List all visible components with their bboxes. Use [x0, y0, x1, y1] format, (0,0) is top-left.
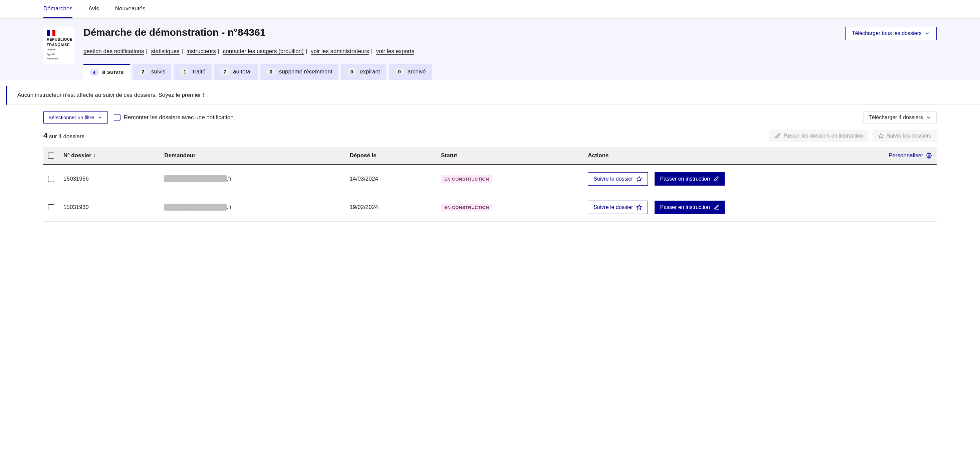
- instruct-dossier-button[interactable]: Passer en instruction: [655, 201, 724, 214]
- row-checkbox[interactable]: [48, 204, 54, 210]
- bulk-follow-button[interactable]: Suivre les dossiers: [872, 129, 937, 142]
- col-depose[interactable]: Déposé le: [345, 147, 437, 164]
- link-notifications[interactable]: gestion des notifications: [83, 48, 144, 55]
- cell-actions: Suivre le dossier Passer en instruction: [583, 193, 937, 221]
- notice-banner: Aucun instructeur n'est affecté au suivi…: [6, 86, 980, 105]
- cell-depose: 19/02/2024: [345, 193, 437, 221]
- tab-count: 7: [220, 68, 230, 75]
- checkbox-icon: [114, 114, 121, 121]
- dossiers-table: Nº dossier ↓ Demandeur Déposé le Statut …: [43, 147, 937, 221]
- filter-select-label: Sélectionner un filtre: [48, 115, 94, 120]
- logo-republique-francaise: RÉPUBLIQUE FRANÇAISE Liberté Égalité Fra…: [43, 27, 74, 64]
- filter-select-button[interactable]: Sélectionner un filtre: [43, 112, 108, 124]
- tab-count: 4: [89, 69, 99, 76]
- edit-icon: [775, 133, 781, 139]
- tab-label: à suivre: [102, 69, 124, 75]
- instruct-dossier-button[interactable]: Passer en instruction: [655, 172, 724, 186]
- tab-suivis[interactable]: 2 suivis: [132, 64, 172, 80]
- link-contacter-usagers[interactable]: contacter les usagers (brouillon): [223, 48, 304, 55]
- col-numero[interactable]: Nº dossier ↓: [59, 147, 159, 164]
- tab-label: expirant: [360, 69, 380, 75]
- tab-count: 0: [347, 68, 356, 75]
- personalize-button[interactable]: Personnaliser: [889, 152, 932, 159]
- header-links: gestion des notifications| statistiques|…: [83, 44, 937, 59]
- tab-count: 1: [180, 68, 189, 75]
- table-row[interactable]: 15031956 xxxxxxxxxxxxxxxxxxxxx.fr 14/03/…: [43, 164, 937, 193]
- link-voir-administrateurs[interactable]: voir les administrateurs: [311, 48, 369, 55]
- col-demandeur[interactable]: Demandeur: [159, 147, 345, 164]
- logo-line1: RÉPUBLIQUE: [47, 37, 72, 41]
- tab-archive[interactable]: 0 archivé: [389, 64, 432, 80]
- follow-label: Suivre le dossier: [593, 176, 633, 182]
- tab-a-suivre[interactable]: 4 à suivre: [83, 64, 130, 80]
- tab-count: 0: [266, 68, 276, 75]
- cell-demandeur: xxxxxxxxxxxxxxxxxxxxx.fr: [159, 164, 345, 193]
- cell-statut: EN CONSTRUCTION: [436, 164, 583, 193]
- cell-numero: 15031930: [59, 193, 159, 221]
- cell-depose: 14/03/2024: [345, 164, 437, 193]
- notif-checkbox-wrap[interactable]: Remonter les dossiers avec une notificat…: [114, 114, 234, 121]
- cell-actions: Suivre le dossier Passer en instruction: [583, 164, 937, 193]
- chevron-down-icon: [97, 115, 103, 121]
- row-checkbox[interactable]: [48, 176, 54, 182]
- french-flag-icon: [47, 30, 56, 36]
- col-actions: Actions: [583, 147, 712, 164]
- chevron-down-icon: [924, 30, 930, 37]
- bulk-instruction-button[interactable]: Passer les dossiers en instruction: [769, 129, 868, 142]
- follow-dossier-button[interactable]: Suivre le dossier: [588, 172, 648, 186]
- star-icon: [636, 204, 642, 210]
- star-icon: [636, 176, 642, 182]
- svg-marker-0: [878, 133, 883, 138]
- bulk-follow-label: Suivre les dossiers: [886, 133, 931, 139]
- header-section: RÉPUBLIQUE FRANÇAISE Liberté Égalité Fra…: [0, 19, 980, 80]
- follow-label: Suivre le dossier: [593, 204, 633, 210]
- download-all-label: Télécharger tous les dossiers: [852, 30, 921, 37]
- logo-motto3: Fraternité: [47, 57, 58, 61]
- link-statistiques[interactable]: statistiques: [151, 48, 180, 55]
- download-all-button[interactable]: Télécharger tous les dossiers: [845, 27, 937, 40]
- col-statut[interactable]: Statut: [436, 147, 583, 164]
- star-icon: [878, 133, 884, 139]
- tab-supprime[interactable]: 0 supprimé récemment: [260, 64, 339, 80]
- chevron-down-icon: [926, 115, 932, 121]
- nav-nouveautes[interactable]: Nouveautés: [115, 0, 146, 18]
- tab-label: archivé: [407, 69, 426, 75]
- content-area: Aucun instructeur n'est affecté au suivi…: [0, 86, 980, 235]
- status-badge: EN CONSTRUCTION: [441, 204, 492, 211]
- select-all-checkbox[interactable]: [48, 153, 54, 159]
- svg-point-1: [928, 155, 930, 156]
- tab-au-total[interactable]: 7 au total: [214, 64, 258, 80]
- personalize-label: Personnaliser: [889, 152, 923, 159]
- table-header-row: Nº dossier ↓ Demandeur Déposé le Statut …: [43, 147, 937, 164]
- follow-dossier-button[interactable]: Suivre le dossier: [588, 201, 648, 214]
- link-instructeurs[interactable]: instructeurs: [186, 48, 216, 55]
- instruct-label: Passer en instruction: [660, 204, 710, 210]
- status-tabs: 4 à suivre 2 suivis 1 traité 7 au total …: [83, 64, 937, 80]
- cell-statut: EN CONSTRUCTION: [436, 193, 583, 221]
- tab-label: supprimé récemment: [279, 69, 332, 75]
- cell-demandeur: xxxxxxxxxxxxxxxxxxxxx.fr: [159, 193, 345, 221]
- download-n-button[interactable]: Télécharger 4 dossiers: [864, 112, 937, 124]
- nav-demarches[interactable]: Démarches: [43, 0, 72, 18]
- table-row[interactable]: 15031930 xxxxxxxxxxxxxxxxxxxxx.fr 19/02/…: [43, 193, 937, 221]
- logo-motto2: Égalité: [47, 53, 55, 56]
- tab-expirant[interactable]: 0 expirant: [341, 64, 386, 80]
- tab-label: suivis: [151, 69, 165, 75]
- cell-numero: 15031956: [59, 164, 159, 193]
- page-title: Démarche de démonstration - n°84361: [83, 27, 266, 38]
- tab-label: traité: [193, 69, 205, 75]
- logo-line2: FRANÇAISE: [47, 43, 70, 47]
- instruct-label: Passer en instruction: [660, 176, 710, 182]
- nav-avis[interactable]: Avis: [89, 0, 99, 18]
- tab-label: au total: [233, 69, 252, 75]
- tab-count: 0: [395, 68, 404, 75]
- notif-checkbox-label: Remonter les dossiers avec une notificat…: [124, 114, 234, 121]
- link-voir-exports[interactable]: voir les exports: [376, 48, 414, 55]
- edit-icon: [713, 176, 719, 182]
- edit-icon: [713, 204, 719, 210]
- svg-marker-2: [637, 176, 642, 181]
- filter-row: Sélectionner un filtre Remonter les doss…: [43, 112, 937, 124]
- count-row: 4 sur 4 dossiers Passer les dossiers en …: [43, 129, 937, 142]
- gear-icon: [926, 153, 932, 159]
- tab-traite[interactable]: 1 traité: [174, 64, 211, 80]
